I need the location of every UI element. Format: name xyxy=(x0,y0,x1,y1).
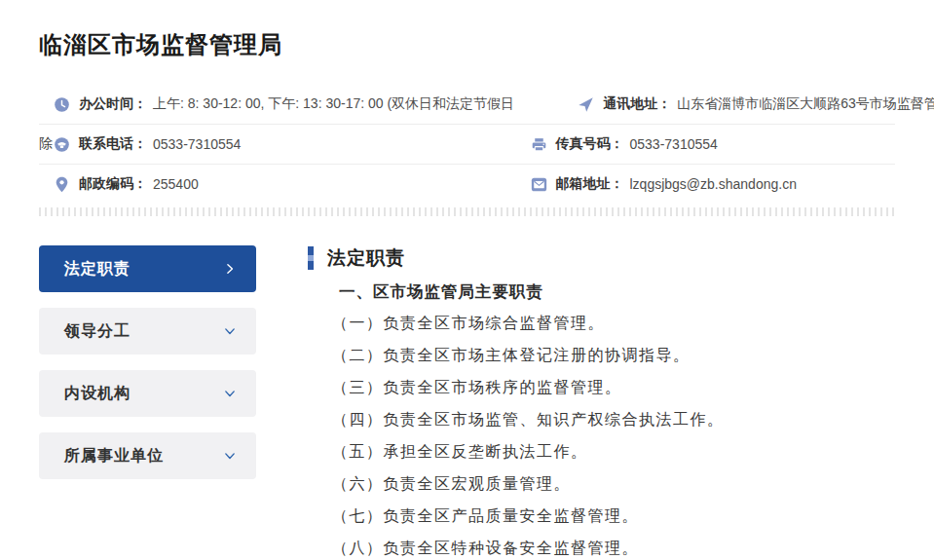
location-arrow-icon xyxy=(578,96,594,113)
postcode-value: 255400 xyxy=(153,176,199,192)
list-item: （二）负责全区市场主体登记注册的协调指导。 xyxy=(332,339,895,371)
telephone-icon xyxy=(54,136,70,153)
fax-printer-icon xyxy=(531,136,547,153)
list-item: （三）负责全区市场秩序的监督管理。 xyxy=(332,371,895,403)
postcode-label: 邮政编码： xyxy=(79,175,147,193)
phone-cell: 除 联系电话： 0533-7310554 xyxy=(39,135,467,153)
phone-label: 联系电话： xyxy=(79,135,147,153)
list-item: （四）负责全区市场监管、知识产权综合执法工作。 xyxy=(332,403,895,435)
page: 临淄区市场监督管理局 办公时间： 上午: 8: 30-12: 00, 下午: 1… xyxy=(0,0,934,560)
map-pin-icon xyxy=(54,176,70,193)
duties-list: （一）负责全区市场综合监督管理。 （二）负责全区市场主体登记注册的协调指导。 （… xyxy=(332,307,895,560)
list-item: （一）负责全区市场综合监督管理。 xyxy=(332,307,895,339)
chevron-down-icon xyxy=(223,449,237,463)
email-cell: 邮箱地址： lzqgsjbgs@zb.shandong.cn xyxy=(467,175,896,193)
fax-cell: 传真号码： 0533-7310554 xyxy=(467,135,896,153)
sidebar-item-leadership-division[interactable]: 领导分工 xyxy=(39,308,256,355)
contact-row: 邮政编码： 255400 邮箱地址： lzqgsjbgs@zb.shandong… xyxy=(39,165,895,204)
office-hours-label: 办公时间： xyxy=(79,95,147,113)
envelope-icon xyxy=(531,176,547,193)
hatched-divider xyxy=(39,207,895,216)
sidebar-item-label: 法定职责 xyxy=(64,259,131,280)
clock-icon xyxy=(54,96,70,113)
sidebar-item-label: 内设机构 xyxy=(64,384,131,404)
list-item: （六）负责全区宏观质量管理。 xyxy=(332,467,895,500)
list-item: （八）负责全区特种设备安全监督管理。 xyxy=(332,532,895,560)
main-content: 法定职责 一、区市场监管局主要职责 （一）负责全区市场综合监督管理。 （二）负责… xyxy=(308,245,895,560)
wrapped-text-overflow: 除 xyxy=(39,135,53,153)
fax-label: 传真号码： xyxy=(556,135,624,153)
fax-value: 0533-7310554 xyxy=(630,136,718,152)
sidebar-item-internal-departments[interactable]: 内设机构 xyxy=(39,370,256,417)
contact-row: 除 联系电话： 0533-7310554 传真号码： 0533-7310554 xyxy=(39,125,895,165)
sidebar-nav: 法定职责 领导分工 内设机构 所属事业单位 xyxy=(39,245,256,495)
sidebar-item-affiliated-institutions[interactable]: 所属事业单位 xyxy=(39,432,256,479)
office-hours-value: 上午: 8: 30-12: 00, 下午: 13: 30-17: 00 (双休日… xyxy=(153,95,514,113)
contact-info-panel: 办公时间： 上午: 8: 30-12: 00, 下午: 13: 30-17: 0… xyxy=(39,85,895,204)
page-title: 临淄区市场监督管理局 xyxy=(39,0,895,58)
list-item: （七）负责全区产品质量安全监督管理。 xyxy=(332,500,895,532)
phone-value: 0533-7310554 xyxy=(153,136,241,152)
address-cell: 通讯地址： 山东省淄博市临淄区大顺路63号市场监督管理局 xyxy=(514,95,934,113)
chevron-down-icon xyxy=(223,387,237,400)
sidebar-item-label: 领导分工 xyxy=(64,321,131,342)
heading-marker-bar xyxy=(308,246,314,270)
list-item: （五）承担全区反垄断执法工作。 xyxy=(332,435,895,467)
section-heading: 法定职责 xyxy=(308,245,895,271)
address-value: 山东省淄博市临淄区大顺路63号市场监督管理局 xyxy=(677,95,934,113)
chevron-right-icon xyxy=(223,262,237,276)
postcode-cell: 邮政编码： 255400 xyxy=(39,175,467,193)
section-heading-text: 法定职责 xyxy=(327,245,405,271)
sidebar-item-statutory-duties[interactable]: 法定职责 xyxy=(39,245,256,292)
chevron-down-icon xyxy=(223,324,237,338)
sidebar-item-label: 所属事业单位 xyxy=(64,446,164,467)
contact-row: 办公时间： 上午: 8: 30-12: 00, 下午: 13: 30-17: 0… xyxy=(39,85,895,125)
subsection-title: 一、区市场监管局主要职责 xyxy=(339,281,895,303)
office-hours-cell: 办公时间： 上午: 8: 30-12: 00, 下午: 13: 30-17: 0… xyxy=(39,95,514,113)
email-label: 邮箱地址： xyxy=(556,175,624,193)
address-label: 通讯地址： xyxy=(603,95,671,113)
email-value: lzqgsjbgs@zb.shandong.cn xyxy=(630,176,797,192)
